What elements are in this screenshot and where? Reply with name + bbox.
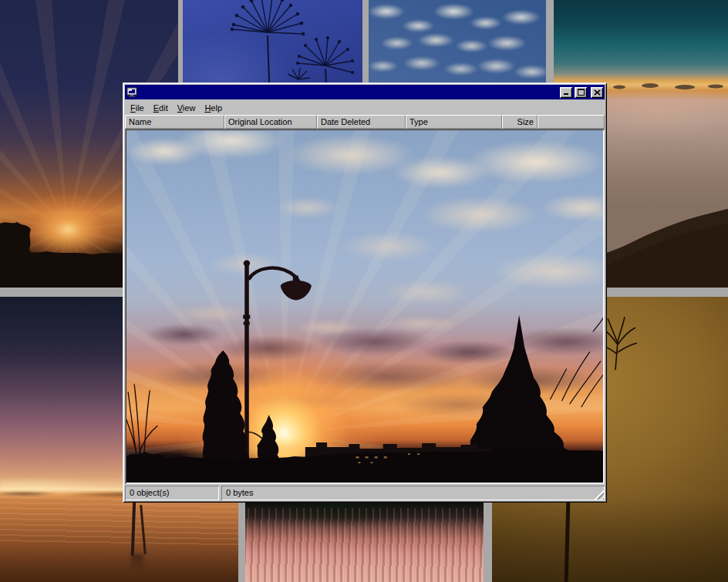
window-background-photo-sunset-lamp [126, 130, 603, 483]
branch-tips [550, 318, 603, 407]
status-bar: 0 object(s) 0 bytes [125, 486, 605, 500]
recycle-bin-window: File Edit View Help Name Original Locati… [123, 82, 607, 503]
pole-reflection-decor [131, 554, 143, 571]
column-header-size[interactable]: Size [502, 115, 538, 129]
menu-view[interactable]: View [173, 101, 201, 114]
minimize-button[interactable] [560, 87, 572, 98]
menu-edit[interactable]: Edit [149, 101, 173, 114]
column-header-type[interactable]: Type [406, 115, 502, 129]
column-header-filler [538, 115, 605, 129]
ripple-texture-decor [245, 508, 484, 582]
column-header-row: Name Original Location Date Deleted Type… [125, 115, 605, 129]
column-header-name[interactable]: Name [125, 115, 224, 129]
menu-bar: File Edit View Help [125, 99, 605, 115]
column-header-original-location[interactable]: Original Location [224, 115, 317, 129]
file-list-view[interactable] [125, 129, 605, 484]
menu-file[interactable]: File [126, 101, 149, 114]
minimize-icon [563, 89, 570, 96]
computer-monitor-icon[interactable] [126, 87, 137, 98]
maximize-icon [578, 89, 585, 96]
column-header-date-deleted[interactable]: Date Deleted [317, 115, 406, 129]
menu-help[interactable]: Help [200, 101, 227, 114]
maximize-button[interactable] [575, 87, 587, 98]
wispy-sapling [126, 384, 157, 463]
status-total-size: 0 bytes [221, 486, 605, 500]
close-button[interactable] [591, 87, 603, 98]
status-object-count: 0 object(s) [125, 486, 219, 500]
close-icon [594, 89, 601, 96]
title-bar[interactable] [125, 85, 605, 99]
silhouette-scene [126, 130, 603, 483]
